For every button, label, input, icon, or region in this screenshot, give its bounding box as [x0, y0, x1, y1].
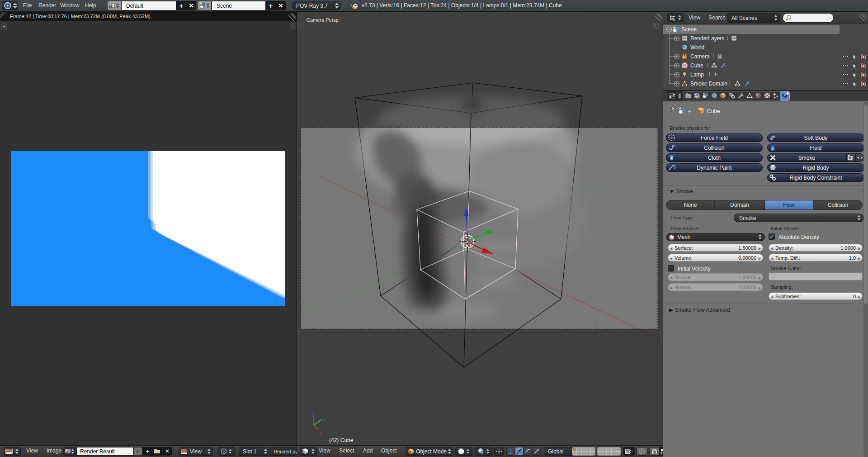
svg-text:(42) Cube: (42) Cube: [329, 437, 354, 443]
svg-text:y: y: [323, 417, 326, 422]
svg-text:Camera Persp: Camera Persp: [307, 17, 339, 23]
svg-text:x: x: [319, 430, 321, 435]
svg-text:+: +: [654, 24, 657, 29]
svg-text:z: z: [312, 408, 314, 413]
svg-text:+: +: [299, 24, 302, 29]
svg-text:i: i: [7, 3, 9, 8]
